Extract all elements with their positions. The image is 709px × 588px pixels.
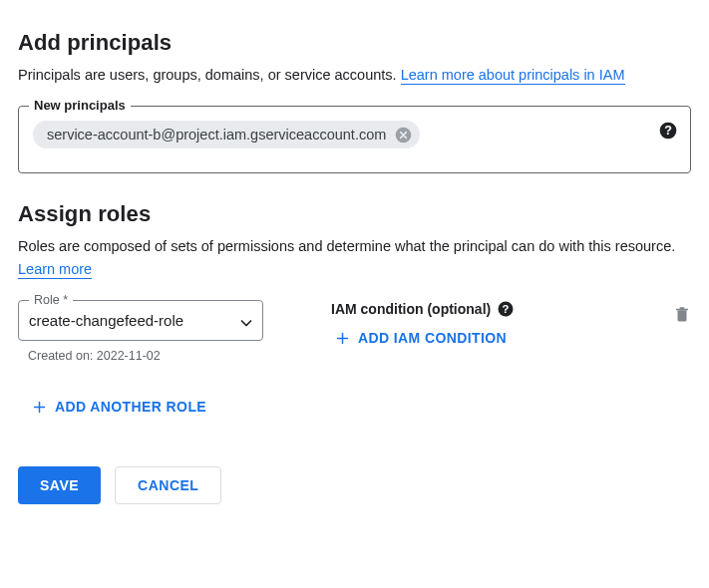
role-select-wrap: Role * create-changefeed-role Created on… — [18, 300, 263, 363]
close-circle-icon — [395, 127, 412, 144]
principal-chip-text: service-account-b@project.iam.gserviceac… — [47, 127, 386, 143]
plus-icon — [335, 331, 350, 346]
add-iam-condition-button[interactable]: ADD IAM CONDITION — [331, 322, 511, 354]
add-iam-condition-label: ADD IAM CONDITION — [358, 330, 507, 346]
learn-more-principals-link[interactable]: Learn more about principals in IAM — [401, 67, 625, 85]
chip-remove-button[interactable] — [394, 126, 412, 144]
role-select-label: Role * — [29, 293, 73, 307]
help-icon: ? — [658, 121, 678, 141]
add-principals-heading: Add principals — [18, 30, 691, 56]
add-another-role-button[interactable]: ADD ANOTHER ROLE — [32, 399, 206, 415]
learn-more-roles-link[interactable]: Learn more — [18, 261, 92, 279]
assign-roles-desc-text: Roles are composed of sets of permission… — [18, 238, 675, 254]
svg-text:?: ? — [503, 303, 510, 315]
role-select-value: create-changefeed-role — [29, 312, 183, 329]
role-helper-text: Created on: 2022-11-02 — [28, 349, 263, 363]
caret-down-icon — [240, 319, 252, 326]
condition-column: IAM condition (optional) ? ADD IAM CONDI… — [331, 300, 691, 354]
iam-condition-label: IAM condition (optional) — [331, 301, 491, 317]
add-principals-desc-text: Principals are users, groups, domains, o… — [18, 67, 401, 83]
role-select[interactable]: Role * create-changefeed-role — [18, 300, 263, 341]
iam-condition-label-row: IAM condition (optional) ? — [331, 300, 515, 318]
cancel-button[interactable]: CANCEL — [115, 466, 221, 504]
trash-icon — [673, 304, 691, 324]
new-principals-label: New principals — [29, 98, 131, 113]
add-principals-description: Principals are users, groups, domains, o… — [18, 64, 691, 86]
plus-icon — [32, 400, 47, 415]
help-icon: ? — [497, 300, 515, 318]
svg-text:?: ? — [664, 125, 672, 139]
principal-chip: service-account-b@project.iam.gserviceac… — [33, 121, 420, 148]
dropdown-caret — [240, 312, 252, 329]
add-another-role-label: ADD ANOTHER ROLE — [55, 399, 206, 415]
assign-roles-heading: Assign roles — [18, 201, 691, 227]
principals-help-button[interactable]: ? — [658, 121, 678, 141]
iam-condition-help-button[interactable]: ? — [497, 300, 515, 318]
role-row: Role * create-changefeed-role Created on… — [18, 300, 691, 363]
delete-role-button[interactable] — [673, 300, 691, 328]
save-button[interactable]: SAVE — [18, 466, 101, 504]
button-row: SAVE CANCEL — [18, 466, 691, 504]
assign-roles-description: Roles are composed of sets of permission… — [18, 235, 691, 280]
new-principals-field[interactable]: New principals service-account-b@project… — [18, 106, 691, 173]
